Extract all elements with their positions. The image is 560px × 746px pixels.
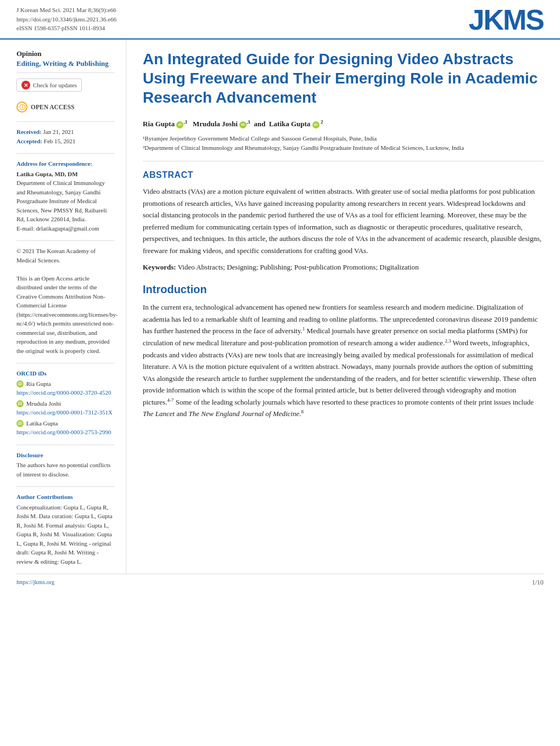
journal-logo: JKMS [469,5,544,34]
main-content: Opinion Editing, Writing & Publishing ✕ … [0,40,560,574]
sidebar-divider-6 [16,486,115,487]
orcid2-url[interactable]: https://orcid.org/0000-0001-7312-351X [16,409,113,416]
journal-citation: J Korean Med Sci. 2021 Mar 8;36(9):e66 h… [16,5,116,33]
disclosure-section: Disclosure The authors have no potential… [16,451,115,479]
address-section: Address for Correspondence: Latika Gupta… [16,159,115,233]
orcid1: iD Ria Gupta https://orcid.org/0000-0002… [16,379,115,397]
open-access-label: OPEN ACCESS [31,104,75,110]
article-category: Editing, Writing & Publishing [16,59,115,73]
orcid-icon-3: iD [16,420,24,427]
keywords-line: Keywords: Video Abstracts; Designing; Pu… [143,262,544,273]
keywords-text: Video Abstracts; Designing; Publishing; … [178,263,419,271]
check-updates-label: Check for updates [33,82,77,88]
introduction-section: Introduction In the current era, technol… [143,283,544,420]
open-access-badge: ⓘ OPEN ACCESS [16,102,115,113]
received-section: Received: Jan 21, 2021 Accepted: Feb 15,… [16,127,115,145]
disclosure-text: The authors have no potential conflicts … [16,461,115,479]
orcid-icon-2: iD [16,400,24,407]
received-label: Received: [16,128,42,135]
contributions-label: Author Contributions [16,492,115,502]
sidebar-divider-2 [16,153,115,154]
abstract-section: ABSTRACT Video abstracts (VAs) are a mot… [143,170,544,272]
address-text: Department of Clinical Immunology and Rh… [16,178,115,224]
address-email: E-mail: drlatikagupta@gmail.com [16,224,115,233]
orcid1-name: Ria Gupta [26,380,51,387]
sidebar-divider-3 [16,240,115,241]
sidebar-divider-1 [16,121,115,122]
introduction-heading: Introduction [143,283,544,296]
sidebar-divider-5 [16,445,115,445]
orcid-label: ORCID iDs [16,369,115,378]
accepted-label: Accepted: [16,138,42,144]
check-updates-button[interactable]: ✕ Check for updates [16,78,82,92]
contributions-section: Author Contributions Conceptualization: … [16,492,115,566]
orcid-section: ORCID iDs iD Ria Gupta https://orcid.org… [16,369,115,437]
affiliation2: ²Department of Clinical Immunology and R… [143,143,544,153]
received-date: Jan 21, 2021 [43,128,74,135]
article-type: Opinion [16,49,115,58]
copyright-text: © 2021 The Korean Academy of Medical Sci… [16,246,115,265]
accepted-date: Feb 15, 2021 [44,138,76,144]
author2-name: Mrudula Joshi [193,120,238,128]
introduction-text: In the current era, technological advanc… [143,301,544,420]
crossmark-icon: ✕ [21,81,30,89]
license-text: This is an Open Access article distribut… [16,274,115,356]
author1-name: Ria Gupta [143,120,175,128]
orcid1-url[interactable]: https://orcid.org/0000-0002-3720-4520 [16,389,111,396]
authors-line: Ria Gupta iD,1 Mrudula Joshi iD,1 and La… [143,119,544,128]
footer-bar: https://jkms.org 1/10 [16,574,544,591]
orcid2: iD Mrudula Joshi https://orcid.org/0000-… [16,399,115,417]
orcid3-url[interactable]: https://orcid.org/0000-0003-2753-2990 [16,429,111,435]
sidebar: Opinion Editing, Writing & Publishing ✕ … [16,40,126,574]
address-label: Address for Correspondence: [16,159,115,169]
author3-name: Latika Gupta [269,120,311,128]
top-bar: J Korean Med Sci. 2021 Mar 8;36(9):e66 h… [0,0,560,40]
orcid2-name: Mrudula Joshi [26,400,61,407]
keywords-label: Keywords: [143,263,176,271]
orcid3-name: Latika Gupta [26,420,58,427]
affiliations: ¹Byramjee Jeejeebhoy Government Medical … [143,134,544,161]
sidebar-divider-4 [16,363,115,363]
author2-orcid-icon: iD [239,121,247,128]
open-access-icon: ⓘ [16,102,27,113]
contributions-text: Conceptualization: Gupta L, Gupta R, Jos… [16,503,115,566]
author1-orcid-icon: iD [176,121,183,128]
disclosure-label: Disclosure [16,451,115,460]
affiliation1: ¹Byramjee Jeejeebhoy Government Medical … [143,134,544,143]
article-title: An Integrated Guide for Designing Video … [143,49,544,107]
abstract-heading: ABSTRACT [143,170,544,180]
address-name: Latika Gupta, MD, DM [16,170,115,179]
abstract-text: Video abstracts (VAs) are a motion pictu… [143,186,544,256]
footer-url[interactable]: https://jkms.org [16,579,54,587]
orcid-icon-1: iD [16,380,24,388]
article-body: An Integrated Guide for Designing Video … [126,40,544,574]
orcid3: iD Latika Gupta https://orcid.org/0000-0… [16,419,115,437]
page-number: 1/10 [532,579,544,587]
copyright-section: © 2021 The Korean Academy of Medical Sci… [16,246,115,355]
author3-orcid-icon: iD [312,121,320,128]
